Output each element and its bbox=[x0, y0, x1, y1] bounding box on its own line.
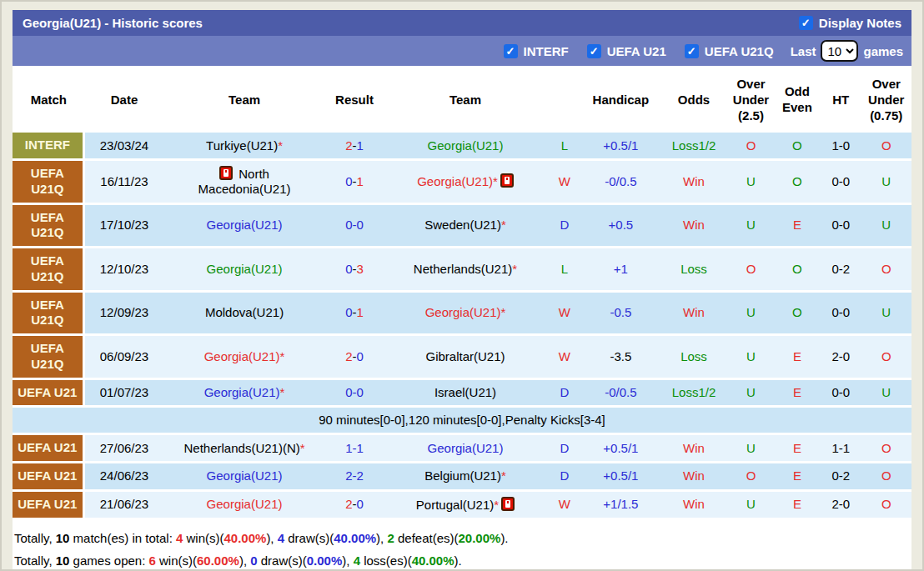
over-under-25-cell: U bbox=[728, 293, 773, 334]
handicap-cell: +0.5/1 bbox=[582, 463, 660, 489]
match-badge: UEFAU21Q bbox=[13, 248, 85, 290]
text-segment: E bbox=[793, 218, 801, 232]
text-segment: 2 bbox=[345, 497, 352, 511]
result-cell: 2-0 bbox=[325, 336, 384, 378]
table-row: UEFAU21Q16/11/23 NorthMacedonia(U21)0-1G… bbox=[13, 161, 911, 203]
text-segment: 0 bbox=[357, 349, 364, 363]
away-team-cell: Georgia(U21)* bbox=[384, 293, 546, 334]
scores-table: MatchDateTeamResultTeamHandicapOddsOverU… bbox=[13, 66, 911, 520]
odds-cell: Loss bbox=[660, 248, 729, 290]
handicap-cell: +1 bbox=[582, 248, 660, 290]
odds-cell: Loss1/2 bbox=[660, 133, 729, 158]
text-segment: O bbox=[881, 468, 891, 483]
last-games-select[interactable]: 10 bbox=[821, 40, 858, 62]
away-team-cell: Netherlands(U21)* bbox=[384, 248, 546, 290]
text-segment: Loss1/2 bbox=[672, 385, 716, 399]
column-header-10: HT bbox=[821, 68, 861, 130]
text-segment: 2 bbox=[345, 349, 352, 363]
uefa-u21q-filter[interactable]: ✓UEFA U21Q bbox=[685, 44, 774, 58]
match-badge: INTERF bbox=[13, 133, 85, 158]
handicap-cell: -0.5 bbox=[582, 293, 660, 334]
text-segment: W bbox=[559, 497, 570, 511]
over-under-075-cell: U bbox=[861, 205, 911, 247]
note-row: 90 minutes[0-0],120 minutes[0-0],Penalty… bbox=[13, 408, 911, 433]
red-card-icon bbox=[500, 173, 514, 188]
text-segment: Totally, bbox=[14, 531, 56, 545]
text-segment: U bbox=[746, 305, 756, 319]
date-cell: 12/10/23 bbox=[85, 248, 164, 290]
odds-cell: Win bbox=[660, 161, 729, 203]
text-segment: North bbox=[235, 167, 269, 181]
text-segment: D bbox=[560, 441, 569, 455]
odd-even-cell: O bbox=[774, 293, 821, 334]
text-segment: 1 bbox=[357, 138, 364, 153]
uefa-u21q-checkbox-icon[interactable]: ✓ bbox=[685, 44, 699, 58]
match-badge: UEFA U21 bbox=[13, 435, 85, 461]
text-segment: draw(s)( bbox=[284, 531, 334, 545]
interf-checkbox-icon[interactable]: ✓ bbox=[504, 44, 518, 58]
column-header-11: OverUnder(0.75) bbox=[861, 68, 911, 130]
text-segment: U bbox=[881, 385, 891, 399]
summary-footer: Totally, 10 match(es) in total: 4 win(s)… bbox=[13, 520, 911, 571]
away-team-cell: Georgia(U21)* bbox=[384, 161, 546, 203]
text-segment: U bbox=[746, 385, 756, 399]
match-badge: UEFAU21Q bbox=[13, 336, 85, 378]
interf-label: INTERF bbox=[524, 44, 569, 58]
text-segment: Georgia(U21) bbox=[204, 349, 280, 363]
match-badge: UEFAU21Q bbox=[13, 205, 85, 247]
result-cell: 2-2 bbox=[325, 463, 384, 489]
last-games-group: Last 10 games bbox=[791, 40, 903, 62]
home-team-cell: Georgia(U21) bbox=[163, 492, 324, 518]
text-segment: Gibraltar(U21) bbox=[425, 349, 505, 363]
filter-bar: ✓INTERF✓UEFA U21✓UEFA U21Q Last 10 games bbox=[13, 36, 911, 66]
odd-even-cell: E bbox=[774, 463, 821, 489]
text-segment: Georgia(U21) bbox=[428, 441, 504, 455]
uefa-u21-filter[interactable]: ✓UEFA U21 bbox=[587, 44, 666, 58]
result-cell: 0-1 bbox=[325, 293, 384, 334]
red-card-icon bbox=[219, 166, 233, 180]
text-segment: 0 bbox=[250, 553, 257, 568]
ht-cell: 0-0 bbox=[821, 205, 861, 247]
interf-filter[interactable]: ✓INTERF bbox=[504, 44, 569, 58]
display-notes-checkbox-icon[interactable]: ✓ bbox=[799, 16, 813, 30]
scores-table-body: INTERF23/03/24Turkiye(U21)*2-1Georgia(U2… bbox=[13, 133, 911, 518]
last-label: Last bbox=[791, 44, 816, 58]
text-segment: win(s)( bbox=[183, 531, 223, 545]
text-segment: +0.5/1 bbox=[603, 441, 638, 455]
wdl-cell: D bbox=[547, 205, 582, 247]
text-segment: 2 bbox=[357, 468, 364, 483]
text-segment: Georgia(U21) bbox=[428, 138, 504, 153]
text-segment: O bbox=[746, 262, 756, 276]
text-segment: Loss bbox=[680, 349, 707, 363]
display-notes-toggle[interactable]: ✓ Display Notes bbox=[799, 16, 901, 30]
text-segment: U bbox=[881, 174, 891, 188]
result-cell: 0-0 bbox=[325, 205, 384, 247]
table-row: UEFA U2101/07/23Georgia(U21)*0-0Israel(U… bbox=[13, 380, 911, 406]
home-team-cell: Georgia(U21) bbox=[163, 248, 324, 290]
home-team-cell: NorthMacedonia(U21) bbox=[163, 161, 324, 203]
text-segment: +1/1.5 bbox=[603, 497, 638, 511]
wdl-cell: D bbox=[547, 463, 582, 489]
result-cell: 2-1 bbox=[325, 133, 384, 158]
text-segment: D bbox=[560, 385, 569, 399]
text-segment: Georgia(U21) bbox=[207, 468, 283, 483]
text-segment: Win bbox=[683, 174, 705, 188]
wdl-cell: W bbox=[547, 492, 582, 518]
uefa-u21-checkbox-icon[interactable]: ✓ bbox=[587, 44, 601, 58]
text-segment: 2 bbox=[387, 531, 394, 545]
match-badge: UEFA U21 bbox=[13, 463, 85, 489]
odd-even-cell: E bbox=[774, 380, 821, 406]
column-header-8: OverUnder(2.5) bbox=[728, 68, 773, 130]
wdl-cell: L bbox=[547, 133, 582, 158]
display-notes-label: Display Notes bbox=[819, 16, 901, 30]
text-segment: 1 bbox=[357, 441, 364, 455]
over-under-075-cell: U bbox=[861, 380, 911, 406]
text-segment: Win bbox=[683, 305, 705, 319]
scores-table-wrap: MatchDateTeamResultTeamHandicapOddsOverU… bbox=[13, 66, 911, 520]
text-segment: 0 bbox=[345, 218, 352, 232]
text-segment: Loss bbox=[680, 262, 707, 276]
ht-cell: 0-2 bbox=[821, 463, 861, 489]
wdl-cell: W bbox=[547, 293, 582, 334]
text-segment: W bbox=[559, 174, 570, 188]
table-row: UEFAU21Q12/10/23Georgia(U21)0-3Netherlan… bbox=[13, 248, 911, 290]
